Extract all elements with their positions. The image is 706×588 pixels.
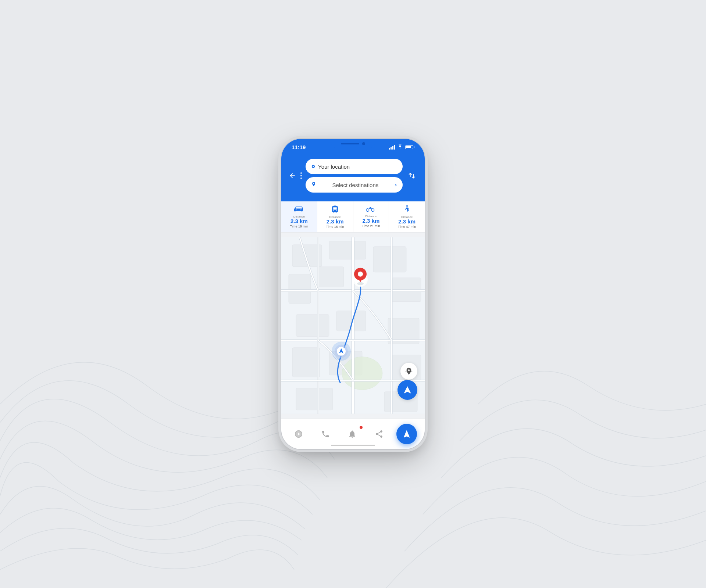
transport-walk[interactable]: Distance 2.3 km Time 47 min (389, 201, 425, 232)
transport-bar: Distance 2.3 km Time 19 min Distance 2.3… (281, 201, 425, 233)
nav-call[interactable] (316, 427, 335, 441)
bike-distance: 2.3 km (363, 218, 380, 224)
car-distance: 2.3 km (290, 218, 308, 225)
map-area[interactable] (281, 233, 425, 419)
bike-icon (366, 206, 376, 215)
location-input-text: Your location (318, 164, 350, 170)
bus-time: Time 15 min (326, 225, 344, 229)
walk-time: Time 47 min (398, 225, 416, 229)
svg-rect-7 (289, 274, 311, 303)
svg-rect-8 (318, 266, 344, 287)
battery-icon (405, 145, 414, 149)
destination-input-text: Select destinations (332, 182, 378, 188)
speaker (341, 143, 359, 144)
signal-icon (389, 145, 395, 150)
svg-point-29 (409, 371, 410, 372)
walk-icon (403, 205, 411, 215)
transport-bike[interactable]: Distance 2.3 km Time 21 min (353, 201, 389, 232)
svg-rect-5 (329, 241, 366, 259)
phone-device: 11:19 (281, 139, 425, 449)
transport-bus[interactable]: Distance 2.3 km Time 15 min (317, 201, 353, 232)
walk-distance: 2.3 km (398, 219, 416, 225)
nav-notifications[interactable] (343, 427, 362, 441)
location-inputs: Your location Select destinations › (306, 159, 403, 193)
car-icon (294, 205, 304, 215)
status-time: 11:19 (292, 144, 306, 150)
svg-point-22 (358, 271, 363, 276)
nav-share[interactable] (370, 427, 389, 441)
car-time: Time 19 min (290, 225, 308, 228)
bottom-nav (281, 418, 425, 449)
svg-rect-13 (292, 347, 320, 377)
back-button[interactable] (289, 172, 296, 179)
status-icons (389, 144, 415, 150)
nav-navigate-active[interactable] (396, 424, 417, 444)
svg-point-24 (357, 282, 364, 285)
nav-explore[interactable] (289, 427, 308, 441)
your-location-input[interactable]: Your location (306, 159, 403, 174)
notification-badge (360, 426, 363, 429)
wifi-icon (397, 144, 403, 150)
svg-rect-10 (296, 314, 329, 336)
bike-time: Time 21 min (362, 224, 380, 228)
bus-icon (331, 205, 339, 215)
dots-separator (300, 172, 302, 179)
header-section: Your location Select destinations › (281, 155, 425, 201)
transport-car[interactable]: Distance 2.3 km Time 19 min (281, 201, 317, 232)
notch (331, 139, 375, 148)
svg-rect-11 (336, 311, 366, 331)
locate-button[interactable] (400, 363, 417, 380)
front-camera (362, 142, 365, 145)
svg-point-2 (406, 205, 407, 207)
bus-distance: 2.3 km (327, 219, 344, 225)
svg-point-1 (313, 166, 314, 167)
svg-rect-17 (296, 388, 333, 410)
svg-rect-6 (373, 246, 406, 272)
destination-input[interactable]: Select destinations › (306, 177, 403, 193)
swap-button[interactable] (406, 172, 417, 179)
navigate-button[interactable] (397, 380, 417, 400)
home-indicator (331, 445, 375, 446)
chevron-right-icon: › (395, 182, 397, 188)
